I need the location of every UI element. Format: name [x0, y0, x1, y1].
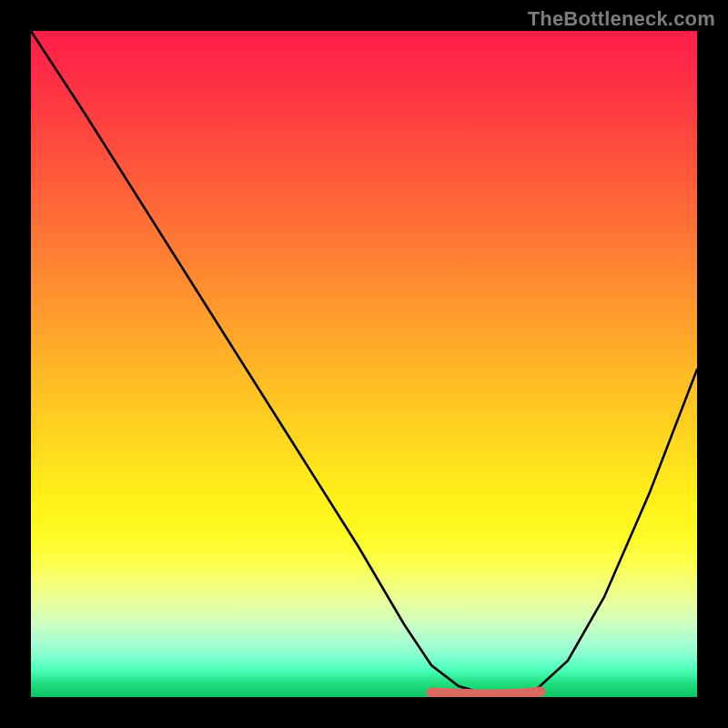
- flat-marker: [431, 692, 541, 694]
- bottleneck-curve: [31, 31, 697, 694]
- watermark-text: TheBottleneck.com: [528, 7, 715, 31]
- frame: TheBottleneck.com: [0, 0, 728, 728]
- plot-area: [31, 31, 697, 697]
- chart-svg: [31, 31, 697, 697]
